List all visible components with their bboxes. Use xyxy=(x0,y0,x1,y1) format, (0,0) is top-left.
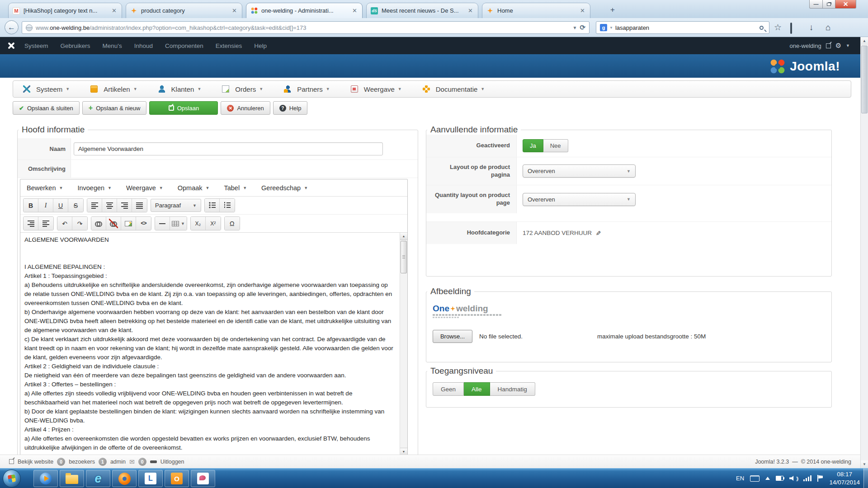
name-input[interactable] xyxy=(74,142,383,155)
google-engine-icon[interactable]: g xyxy=(600,24,607,31)
hikamenu-partners[interactable]: Partners▼ xyxy=(284,85,330,93)
close-icon[interactable]: ✕ xyxy=(579,7,586,14)
taskbar-internet-explorer[interactable]: e xyxy=(86,470,110,487)
scroll-up-icon[interactable]: ▲ xyxy=(861,37,868,45)
page-scrollbar-thumb[interactable] xyxy=(861,46,868,113)
url-bar[interactable]: www. one-welding.be /administrator/index… xyxy=(22,21,590,34)
help-button[interactable]: ? Help xyxy=(273,101,308,115)
underline-icon[interactable]: U xyxy=(53,199,68,212)
admin-menu-inhoud[interactable]: Inhoud xyxy=(134,42,153,49)
taskbar-app-l[interactable]: L xyxy=(138,470,163,487)
editor-scrollbar-thumb[interactable] xyxy=(401,241,407,273)
quantity-layout-select[interactable]: Overerven ▼ xyxy=(523,193,636,206)
search-box[interactable]: g ▼ xyxy=(596,21,769,34)
external-link-icon[interactable] xyxy=(826,43,831,48)
close-icon[interactable]: ✕ xyxy=(111,7,118,14)
editor-menu-bewerken[interactable]: Bewerken▼ xyxy=(27,184,63,192)
taskbar-paint[interactable] xyxy=(191,470,215,487)
scroll-up-icon[interactable]: ▲ xyxy=(400,233,407,240)
taskbar-media-player[interactable] xyxy=(33,470,58,487)
superscript-icon[interactable]: X² xyxy=(206,217,221,230)
admin-menu-menus[interactable]: Menu's xyxy=(103,42,122,49)
taskbar-firefox[interactable] xyxy=(112,470,137,487)
admin-menu-gebruikers[interactable]: Gebruikers xyxy=(61,42,90,49)
undo-icon[interactable]: ↶ xyxy=(57,217,72,230)
chevron-down-icon[interactable]: ▼ xyxy=(846,43,850,48)
language-indicator[interactable]: EN xyxy=(736,475,744,482)
messages-icon[interactable]: ✉ xyxy=(129,458,135,465)
save-button[interactable]: Opslaan xyxy=(149,101,218,115)
back-button[interactable]: ← xyxy=(5,20,19,34)
reload-icon[interactable]: ⟳ xyxy=(580,23,585,32)
link-icon[interactable] xyxy=(91,217,106,230)
layout-select[interactable]: Overerven ▼ xyxy=(523,164,636,178)
align-justify-icon[interactable] xyxy=(132,199,147,212)
enabled-no-button[interactable]: Nee xyxy=(543,139,568,152)
restore-button[interactable] xyxy=(823,0,835,9)
show-desktop-button[interactable] xyxy=(863,469,868,488)
scroll-down-icon[interactable]: ▼ xyxy=(861,460,868,468)
access-handmatig-button[interactable]: Handmatig xyxy=(490,382,535,396)
new-tab-button[interactable]: + xyxy=(606,5,619,16)
numbered-list-icon[interactable] xyxy=(220,199,235,212)
image-icon[interactable] xyxy=(121,217,136,230)
taskbar-clock[interactable]: 08:17 14/07/2014 xyxy=(829,470,860,486)
taskbar-explorer[interactable] xyxy=(60,470,84,487)
bullet-list-icon[interactable] xyxy=(205,199,220,212)
admin-menu-help[interactable]: Help xyxy=(254,42,267,49)
close-icon[interactable]: ✕ xyxy=(231,7,238,14)
hikamenu-documentatie[interactable]: Documentatie▼ xyxy=(423,85,485,93)
hidden-icons-arrow[interactable] xyxy=(765,477,770,480)
subscript-icon[interactable]: X₂ xyxy=(191,217,206,230)
hikamenu-weergave[interactable]: Weergave▼ xyxy=(351,85,402,93)
minimize-button[interactable]: — xyxy=(809,0,823,9)
home-icon[interactable]: ⌂ xyxy=(826,22,830,33)
taskbar-outlook[interactable]: O xyxy=(165,470,189,487)
paragraph-style-dropdown[interactable]: Paragraaf ▼ xyxy=(151,199,201,212)
battery-icon[interactable] xyxy=(776,476,783,481)
logout-link[interactable]: Uitloggen xyxy=(160,459,184,465)
gear-icon[interactable]: ⚙ xyxy=(835,42,841,50)
special-char-icon[interactable]: Ω xyxy=(225,217,240,230)
site-identity-icon[interactable] xyxy=(26,24,33,31)
engine-dropdown-icon[interactable]: ▼ xyxy=(609,26,613,30)
save-close-button[interactable]: ✔ Opslaan & sluiten xyxy=(13,101,80,115)
tab-meest-recent-nieuws[interactable]: dS Meest recent nieuws - De S... ✕ xyxy=(366,3,478,18)
hikamenu-klanten[interactable]: Klanten▼ xyxy=(158,85,202,93)
page-scrollbar[interactable]: ▲ ▼ xyxy=(860,37,868,468)
url-dropdown-icon[interactable]: ▼ xyxy=(570,25,580,30)
bookmark-star-icon[interactable]: ☆ xyxy=(774,22,782,33)
edit-pencil-icon[interactable]: ✎ xyxy=(594,230,602,236)
editor-scrollbar[interactable]: ▲ ▼ xyxy=(400,233,407,455)
action-center-flag-icon[interactable] xyxy=(817,475,823,482)
table-icon[interactable]: ▼ xyxy=(170,217,187,230)
close-icon[interactable]: ✕ xyxy=(351,7,358,14)
redo-icon[interactable]: ↷ xyxy=(72,217,87,230)
hikamenu-orders[interactable]: Orders▼ xyxy=(222,85,263,93)
admin-menu-extensies[interactable]: Extensies xyxy=(216,42,242,49)
hikamenu-systeem[interactable]: Systeem▼ xyxy=(23,85,70,93)
admin-menu-systeem[interactable]: Systeem xyxy=(24,42,48,49)
indent-icon[interactable] xyxy=(38,217,53,230)
outdent-icon[interactable] xyxy=(24,217,38,230)
tab-gmail[interactable]: M [HikaShop] category text n... ✕ xyxy=(8,3,122,18)
close-icon[interactable]: ✕ xyxy=(467,7,474,14)
horizontal-rule-icon[interactable] xyxy=(155,217,170,230)
align-right-icon[interactable] xyxy=(117,199,132,212)
bookmarks-menu-icon[interactable] xyxy=(790,23,792,34)
search-input[interactable] xyxy=(615,24,757,31)
italic-icon[interactable]: I xyxy=(38,199,53,212)
network-icon[interactable] xyxy=(803,475,811,481)
browse-button[interactable]: Browse... xyxy=(433,330,472,343)
editor-menu-weergave[interactable]: Weergave▼ xyxy=(126,184,163,192)
editor-menu-tabel[interactable]: Tabel▼ xyxy=(224,184,247,192)
hikamenu-artikelen[interactable]: Artikelen▼ xyxy=(90,85,137,93)
editor-content[interactable]: ALGEMENE VOORWAARDEN I ALGEMENE BEPALING… xyxy=(24,235,396,454)
close-button[interactable]: ✕ xyxy=(835,0,856,9)
bold-icon[interactable]: B xyxy=(24,199,38,212)
unlink-icon[interactable] xyxy=(106,217,121,230)
align-left-icon[interactable] xyxy=(87,199,102,212)
tab-product-category[interactable]: product category ✕ xyxy=(126,3,242,18)
editor-menu-opmaak[interactable]: Opmaak▼ xyxy=(178,184,210,192)
access-geen-button[interactable]: Geen xyxy=(433,382,464,396)
